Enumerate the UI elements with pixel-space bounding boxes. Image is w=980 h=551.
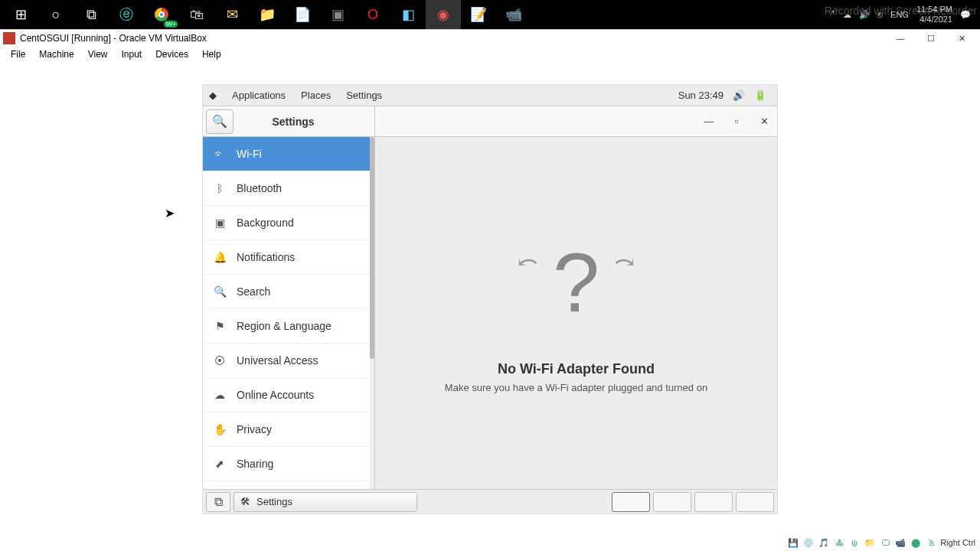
search-icon: 🔍	[214, 285, 226, 298]
sidebar-item-search[interactable]: 🔍 Search	[203, 275, 374, 309]
sidebar-item-bluetooth[interactable]: ᛒ Bluetooth	[203, 171, 374, 206]
workspace-3[interactable]	[694, 492, 733, 512]
app-active-icon[interactable]: ◉	[426, 0, 461, 29]
onedrive-icon[interactable]: ☁	[843, 10, 851, 20]
sidebar-item-notifications[interactable]: 🔔 Notifications	[203, 240, 374, 275]
virtualbox-window: CentOSGUI [Running] - Oracle VM VirtualB…	[0, 29, 980, 551]
vbx-minimize-button[interactable]: —	[885, 30, 916, 47]
vbx-shared-icon[interactable]: 📁	[864, 536, 876, 549]
guest-vm-screen: ◆ Applications Places Settings Sun 23:49…	[203, 85, 777, 514]
sidebar-item-label: Privacy	[237, 423, 272, 435]
vbx-display-icon[interactable]: 🖵	[879, 536, 891, 549]
vbx-menu-view[interactable]: View	[82, 47, 114, 61]
notepad-icon[interactable]: 📝	[461, 0, 496, 29]
start-button[interactable]: ⊞	[3, 0, 38, 29]
word-icon[interactable]: 📄	[285, 0, 320, 29]
settings-minimize-button[interactable]: —	[701, 113, 717, 130]
applications-menu[interactable]: Applications	[224, 90, 293, 101]
gnome-top-panel: ◆ Applications Places Settings Sun 23:49…	[203, 85, 777, 106]
vbx-disc-icon[interactable]: 💿	[802, 536, 815, 549]
settings-content-pane: ⤺ ? ⤺ No Wi-Fi Adapter Found Make sure y…	[375, 137, 777, 489]
sidebar-item-wifi[interactable]: ᯤ Wi-Fi	[203, 137, 374, 171]
notifications-tray-icon[interactable]: 💬	[960, 10, 971, 20]
vbx-menu-input[interactable]: Input	[116, 47, 149, 61]
settings-titlebar: 🔍 Settings — ▫ ✕	[203, 106, 777, 137]
sidebar-item-sharing[interactable]: ⬈ Sharing	[203, 447, 374, 481]
vbx-close-button[interactable]: ✕	[946, 30, 977, 47]
gnome-bottom-panel: ⧉ 🛠 Settings	[203, 489, 777, 514]
volume-icon[interactable]: 🔊	[859, 10, 870, 20]
workspace-2[interactable]	[653, 492, 691, 512]
lang-indicator[interactable]: ENG	[890, 10, 909, 19]
vbx-hdd-icon[interactable]: 💾	[787, 536, 799, 549]
gnome-battery-icon[interactable]: 🔋	[750, 90, 771, 101]
vbx-mouse-icon[interactable]: 🖯	[925, 536, 937, 549]
sidebar-item-label: Online Accounts	[237, 389, 314, 401]
terminal-icon[interactable]: ▣	[320, 0, 355, 29]
active-app-menu[interactable]: Settings	[338, 90, 390, 101]
sidebar-item-label: Universal Access	[237, 354, 318, 367]
hand-icon: ✋	[214, 423, 226, 435]
vbx-net-icon[interactable]: 🖧	[833, 536, 845, 549]
system-tray[interactable]: ˄ ☁ 🔊 ⎋ ENG 11:54 PM 4/4/2021 💬	[831, 5, 977, 24]
snip-icon[interactable]: 📹	[496, 0, 531, 29]
content-subtitle: Make sure you have a Wi-Fi adapter plugg…	[445, 382, 707, 393]
vbx-cpu-icon[interactable]: ⬤	[910, 536, 922, 549]
vbx-menu-machine[interactable]: Machine	[33, 47, 80, 61]
gnome-clock[interactable]: Sun 23:49	[674, 90, 728, 101]
workspace-1[interactable]	[612, 492, 650, 512]
taskview-button[interactable]: ⧉	[74, 0, 109, 29]
vbx-app-icon	[3, 32, 15, 44]
vbx-titlebar[interactable]: CentOSGUI [Running] - Oracle VM VirtualB…	[0, 30, 980, 47]
workspace-switcher[interactable]: ⧉	[206, 492, 230, 512]
taskbar-task-settings[interactable]: 🛠 Settings	[234, 492, 417, 512]
chrome-icon[interactable]	[144, 0, 179, 29]
tray-chevron-icon[interactable]: ˄	[831, 10, 835, 20]
sidebar-item-label: Sharing	[237, 458, 273, 470]
vbx-menu-file[interactable]: File	[5, 47, 31, 61]
vbx-hostkey-label: Right Ctrl	[940, 538, 975, 547]
settings-maximize-button[interactable]: ▫	[728, 113, 745, 130]
sidebar-scrollbar-thumb[interactable]	[370, 137, 374, 359]
edge-icon[interactable]: ⓔ	[109, 0, 144, 29]
opera-icon[interactable]: O	[355, 0, 390, 29]
explorer-icon[interactable]: 📁	[250, 0, 285, 29]
settings-close-button[interactable]: ✕	[756, 113, 773, 130]
sidebar-item-universal-access[interactable]: ⦿ Universal Access	[203, 344, 374, 378]
vbx-rec-icon[interactable]: 📹	[894, 536, 906, 549]
settings-sidebar[interactable]: ᯤ Wi-Fi ᛒ Bluetooth ▣ Background 🔔	[203, 137, 375, 489]
gnome-volume-icon[interactable]: 🔊	[728, 90, 750, 101]
vbx-audio-icon[interactable]: 🎵	[818, 536, 830, 549]
search-icon: 🔍	[212, 114, 227, 129]
bell-icon: 🔔	[214, 251, 226, 263]
vbx-menubar: File Machine View Input Devices Help	[0, 47, 980, 62]
vbx-window-title: CentOSGUI [Running] - Oracle VM VirtualB…	[20, 33, 885, 44]
sidebar-item-online-accounts[interactable]: ☁ Online Accounts	[203, 378, 374, 412]
store-icon[interactable]: 🛍	[179, 0, 214, 29]
wifi-tray-icon[interactable]: ⎋	[877, 10, 883, 19]
workspace-4[interactable]	[736, 492, 774, 512]
share-icon: ⬈	[214, 458, 226, 470]
virtualbox-icon[interactable]: ◧	[390, 0, 426, 29]
sidebar-item-privacy[interactable]: ✋ Privacy	[203, 412, 374, 447]
mouse-cursor: ➤	[165, 206, 175, 220]
globe-icon: ⚑	[214, 320, 226, 332]
vbx-statusbar: 💾 💿 🎵 🖧 ψ 📁 🖵 📹 ⬤ 🖯 Right Ctrl	[782, 534, 980, 551]
vbx-menu-help[interactable]: Help	[196, 47, 227, 61]
sidebar-item-label: Region & Language	[237, 320, 332, 332]
win-search-button[interactable]: ○	[38, 0, 74, 29]
vbx-maximize-button[interactable]: ☐	[916, 30, 946, 47]
arrow-right-icon: ⤺	[614, 247, 635, 276]
places-menu[interactable]: Places	[293, 90, 338, 101]
settings-search-button[interactable]: 🔍	[206, 109, 234, 134]
bluetooth-icon: ᛒ	[214, 182, 226, 194]
vbx-usb-icon[interactable]: ψ	[848, 536, 861, 549]
person-icon: ⦿	[214, 354, 226, 367]
vbx-menu-devices[interactable]: Devices	[149, 47, 194, 61]
taskbar-clock[interactable]: 11:54 PM 4/4/2021	[916, 5, 952, 24]
background-icon: ▣	[214, 217, 226, 229]
sidebar-item-background[interactable]: ▣ Background	[203, 206, 374, 240]
sidebar-item-region[interactable]: ⚑ Region & Language	[203, 309, 374, 344]
settings-title: Settings	[237, 116, 374, 128]
mail-icon[interactable]: ✉	[214, 0, 250, 29]
